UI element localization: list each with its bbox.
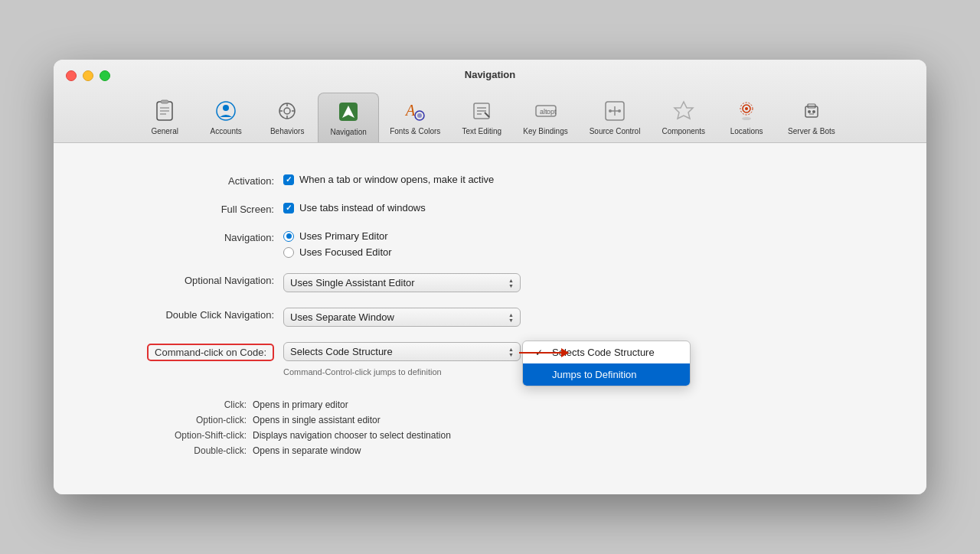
command-click-label: Command-click on Code: — [147, 344, 274, 361]
arrow-line — [519, 352, 561, 354]
toolbar-label-server-bots: Server & Bots — [788, 127, 835, 135]
dropdown-item-jumps-to-def[interactable]: Jumps to Definition — [523, 363, 690, 386]
toolbar-item-components[interactable]: Components — [651, 93, 716, 142]
command-click-arrow — [508, 347, 514, 357]
components-icon — [670, 97, 697, 125]
close-button[interactable] — [66, 70, 77, 81]
svg-point-36 — [808, 110, 811, 113]
activation-content: When a tab or window opens, make it acti… — [283, 174, 494, 185]
info-label-click: Click: — [100, 399, 253, 410]
activation-row: Activation: When a tab or window opens, … — [100, 174, 880, 187]
toolbar-label-locations: Locations — [730, 127, 763, 135]
minimize-button[interactable] — [83, 70, 93, 81]
toolbar-label-accounts: Accounts — [211, 127, 242, 135]
toolbar-item-key-bindings[interactable]: alt opt Key Bindings — [512, 93, 578, 142]
command-click-select[interactable]: Selects Code Structure — [283, 342, 521, 361]
title-bar: Navigation General — [54, 60, 926, 143]
toolbar-label-components: Components — [662, 127, 705, 135]
info-value-click: Opens in primary editor — [253, 399, 348, 410]
command-click-helper: Command-Control-click jumps to definitio… — [283, 367, 521, 376]
key-bindings-icon: alt opt — [532, 97, 560, 125]
toolbar-label-text-editing: Text Editing — [462, 127, 501, 135]
svg-point-16 — [417, 113, 422, 118]
double-click-nav-select[interactable]: Uses Separate Window — [283, 308, 521, 327]
behaviors-icon — [273, 97, 301, 125]
full-screen-label: Full Screen: — [100, 202, 283, 215]
fonts-colors-icon: A — [401, 97, 429, 125]
toolbar-label-behaviors: Behaviors — [270, 127, 304, 135]
maximize-button[interactable] — [100, 70, 110, 81]
toolbar-item-text-editing[interactable]: Text Editing — [451, 93, 512, 142]
general-icon — [151, 97, 178, 125]
full-screen-checkbox-label: Use tabs instead of windows — [299, 202, 426, 213]
svg-rect-1 — [161, 100, 168, 103]
svg-point-37 — [812, 110, 815, 113]
optional-navigation-select[interactable]: Uses Single Assistant Editor — [283, 273, 521, 292]
full-screen-checkbox[interactable] — [283, 203, 294, 213]
radio-focused-label: Uses Focused Editor — [299, 246, 392, 258]
svg-point-33 — [742, 117, 751, 120]
locations-icon — [733, 97, 760, 125]
toolbar-item-accounts[interactable]: Accounts — [195, 93, 256, 142]
command-click-dropdown: ✓ Selects Code Structure Jumps to Defini… — [522, 341, 691, 386]
main-window: Navigation General — [54, 60, 926, 494]
toolbar-item-source-control[interactable]: Source Control — [579, 93, 652, 142]
arrow-indicator — [519, 348, 569, 357]
svg-point-29 — [618, 109, 621, 112]
activation-checkbox[interactable] — [283, 174, 294, 185]
toolbar-item-locations[interactable]: Locations — [716, 93, 777, 142]
radio-focused-editor[interactable] — [283, 247, 294, 258]
toolbar-item-navigation[interactable]: Navigation — [318, 93, 379, 142]
info-section: Click: Opens in primary editor Option-cl… — [100, 399, 880, 456]
optional-navigation-arrow — [508, 278, 514, 288]
toolbar-label-fonts-colors: Fonts & Colors — [390, 127, 440, 135]
text-editing-icon — [468, 97, 495, 125]
dropdown-label-jumps-to-def: Jumps to Definition — [552, 369, 637, 380]
svg-point-31 — [745, 107, 748, 110]
toolbar-label-source-control: Source Control — [590, 127, 641, 135]
optional-navigation-content: Uses Single Assistant Editor — [283, 273, 521, 292]
double-click-nav-row: Double Click Navigation: Uses Separate W… — [100, 308, 880, 327]
source-control-icon — [601, 97, 629, 125]
optional-navigation-label: Optional Navigation: — [100, 273, 283, 286]
optional-navigation-value: Uses Single Assistant Editor — [290, 277, 415, 288]
navigation-icon — [335, 98, 362, 125]
svg-text:opt: opt — [547, 108, 557, 116]
command-click-label-wrapper: Command-click on Code: — [100, 342, 283, 361]
double-click-nav-content: Uses Separate Window — [283, 308, 521, 327]
info-label-double-click: Double-click: — [100, 445, 253, 456]
full-screen-row: Full Screen: Use tabs instead of windows — [100, 202, 880, 215]
toolbar-item-behaviors[interactable]: Behaviors — [256, 93, 318, 142]
full-screen-checkbox-row[interactable]: Use tabs instead of windows — [283, 202, 426, 213]
info-label-option-shift-click: Option-Shift-click: — [100, 430, 253, 441]
toolbar-label-navigation: Navigation — [331, 128, 367, 136]
toolbar-item-server-bots[interactable]: Server & Bots — [777, 93, 846, 142]
command-click-select-wrapper: Selects Code Structure ✓ Selects Code St… — [283, 342, 521, 361]
toolbar-item-general[interactable]: General — [134, 93, 195, 142]
toolbar-label-key-bindings: Key Bindings — [523, 127, 567, 135]
radio-primary-label: Uses Primary Editor — [299, 230, 388, 242]
svg-point-28 — [609, 109, 612, 112]
svg-line-21 — [485, 112, 489, 117]
double-click-nav-label: Double Click Navigation: — [100, 308, 283, 321]
info-label-option-click: Option-click: — [100, 415, 253, 425]
info-value-double-click: Opens in separate window — [253, 445, 361, 456]
content-area: Activation: When a tab or window opens, … — [54, 143, 926, 494]
double-click-nav-value: Uses Separate Window — [290, 311, 394, 323]
radio-primary-editor[interactable] — [283, 231, 294, 242]
accounts-icon — [212, 97, 240, 125]
navigation-row: Navigation: Uses Primary Editor Uses Foc… — [100, 230, 880, 258]
info-row-double-click: Double-click: Opens in separate window — [100, 445, 880, 456]
navigation-content: Uses Primary Editor Uses Focused Editor — [283, 230, 392, 258]
svg-point-8 — [284, 108, 290, 114]
command-click-value: Selects Code Structure — [290, 346, 393, 357]
command-click-row: Command-click on Code: Selects Code Stru… — [100, 342, 880, 376]
toolbar-item-fonts-colors[interactable]: A Fonts & Colors — [379, 93, 451, 142]
nav-radio-focused[interactable]: Uses Focused Editor — [283, 246, 392, 258]
nav-radio-primary[interactable]: Uses Primary Editor — [283, 230, 392, 242]
activation-checkbox-row[interactable]: When a tab or window opens, make it acti… — [283, 174, 494, 185]
svg-text:A: A — [404, 102, 416, 119]
info-value-option-click: Opens in single assistant editor — [253, 415, 381, 425]
command-click-content: Selects Code Structure ✓ Selects Code St… — [283, 342, 521, 376]
optional-navigation-row: Optional Navigation: Uses Single Assista… — [100, 273, 880, 292]
